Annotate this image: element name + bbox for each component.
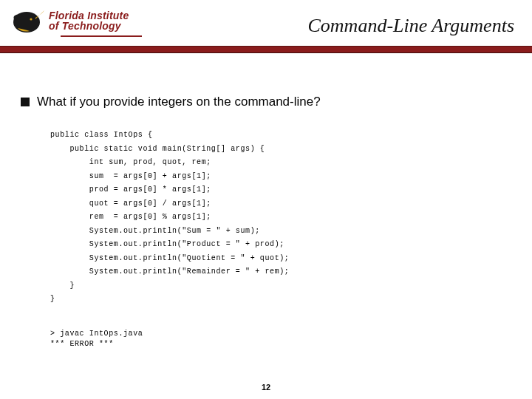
institution-logo: Florida Institute of Technology [10,3,136,38]
page-number: 12 [0,383,532,392]
slide-title: Command-Line Arguments [308,15,515,37]
code-line: System.out.println("Quotient = " + quot)… [50,254,289,262]
logo-line-1: Florida Institute [49,10,129,21]
logo-underline [61,35,142,37]
square-bullet-icon [21,98,30,106]
shell-output: > javac IntOps.java *** ERROR *** [50,329,514,349]
code-line: public static void main(String[] args) { [50,145,265,153]
code-line: System.out.println("Remainder = " + rem)… [50,267,289,276]
bullet-item: What if you provide integers on the comm… [21,95,514,109]
code-line: prod = args[0] * args[1]; [50,185,211,194]
code-line: int sum, prod, quot, rem; [50,158,211,166]
header-divider-bar [0,46,532,53]
slide-content: What if you provide integers on the comm… [21,95,514,349]
code-line: public class IntOps { [50,131,153,139]
code-line: } [50,282,75,290]
panther-logo-icon [10,6,46,35]
logo-line-2: of Technology [49,21,129,31]
code-line: System.out.println("Sum = " + sum); [50,227,260,235]
code-block: public class IntOps { public static void… [50,129,514,307]
svg-point-1 [30,18,32,20]
code-line: sum = args[0] + args[1]; [50,172,211,180]
bullet-text: What if you provide integers on the comm… [37,95,321,109]
shell-line: > javac IntOps.java [50,330,143,338]
logo-text: Florida Institute of Technology [49,10,129,31]
slide-header: Florida Institute of Technology Command-… [0,0,532,50]
code-line: System.out.println("Product = " + prod); [50,240,284,248]
code-line: } [50,295,55,303]
code-line: quot = args[0] / args[1]; [50,200,211,208]
shell-line: *** ERROR *** [50,340,114,348]
code-line: rem = args[0] % args[1]; [50,213,211,221]
